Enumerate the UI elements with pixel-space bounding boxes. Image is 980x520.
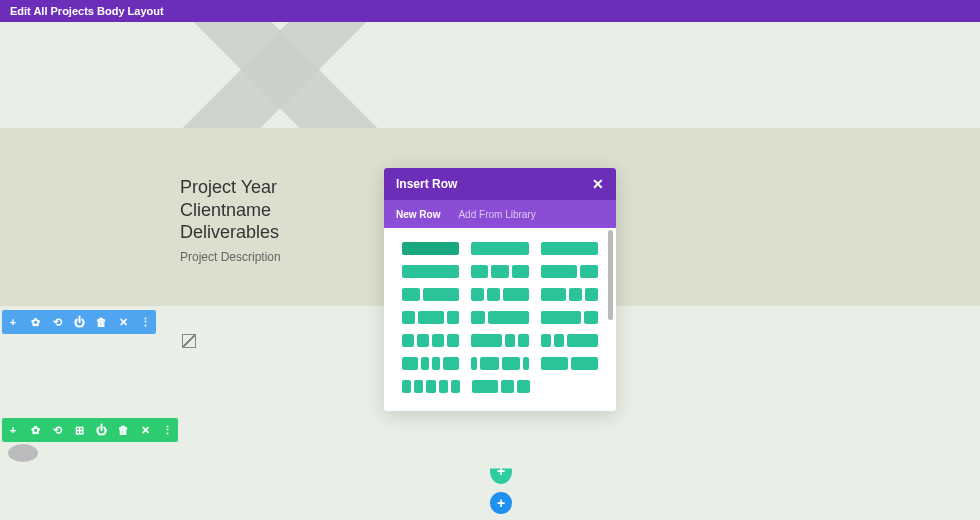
- duplicate-icon[interactable]: ⟲: [50, 423, 64, 437]
- add-icon[interactable]: +: [6, 315, 20, 329]
- tab-new-row[interactable]: New Row: [396, 209, 440, 220]
- layout-option[interactable]: [541, 357, 598, 370]
- layout-grid: [384, 228, 616, 411]
- layout-row: [402, 242, 598, 255]
- delete-icon[interactable]: 🗑: [94, 315, 108, 329]
- layout-row: [402, 265, 598, 278]
- layout-option[interactable]: [541, 242, 598, 255]
- insert-row-modal: Insert Row ✕ New Row Add From Library: [384, 168, 616, 411]
- page-title: Edit All Projects Body Layout: [10, 5, 164, 17]
- columns-icon[interactable]: ⊞: [72, 423, 86, 437]
- more-icon[interactable]: ⋮: [138, 315, 152, 329]
- modal-header: Insert Row ✕: [384, 168, 616, 200]
- layout-row: [402, 334, 598, 347]
- layout-option[interactable]: [541, 288, 598, 301]
- layout-option[interactable]: [472, 380, 530, 393]
- scrollbar[interactable]: [608, 230, 613, 320]
- more-icon[interactable]: ⋮: [160, 423, 174, 437]
- top-bar: Edit All Projects Body Layout: [0, 0, 980, 22]
- layout-row: [402, 357, 598, 370]
- layout-option[interactable]: [402, 288, 459, 301]
- duplicate-icon[interactable]: ⟲: [50, 315, 64, 329]
- section-toolbar-green: + ✿ ⟲ ⊞ ⏻ 🗑 ✕ ⋮: [2, 418, 178, 442]
- layout-option[interactable]: [402, 334, 459, 347]
- layout-option[interactable]: [402, 265, 459, 278]
- power-icon[interactable]: ⏻: [94, 423, 108, 437]
- broken-image-icon: [182, 334, 196, 348]
- close-icon[interactable]: ✕: [592, 176, 604, 192]
- layout-row: [402, 288, 598, 301]
- layout-option[interactable]: [541, 311, 598, 324]
- layout-option[interactable]: [402, 242, 459, 255]
- layout-option[interactable]: [471, 242, 528, 255]
- layout-option[interactable]: [471, 334, 528, 347]
- layout-option[interactable]: [402, 380, 460, 393]
- add-icon[interactable]: +: [6, 423, 20, 437]
- section-toolbar-blue: + ✿ ⟲ ⏻ 🗑 ✕ ⋮: [2, 310, 156, 334]
- settings-icon[interactable]: ✿: [28, 423, 42, 437]
- decor-blob: [8, 444, 38, 462]
- layout-option[interactable]: [402, 311, 459, 324]
- layout-option[interactable]: [471, 288, 528, 301]
- layout-option[interactable]: [471, 357, 528, 370]
- close-icon[interactable]: ✕: [138, 423, 152, 437]
- modal-tabs: New Row Add From Library: [384, 200, 616, 228]
- layout-row: [402, 380, 598, 393]
- layout-option[interactable]: [471, 311, 528, 324]
- add-section-button[interactable]: +: [490, 492, 512, 514]
- close-icon[interactable]: ✕: [116, 315, 130, 329]
- power-icon[interactable]: ⏻: [72, 315, 86, 329]
- tab-add-from-library[interactable]: Add From Library: [458, 209, 535, 220]
- layout-option[interactable]: [541, 265, 598, 278]
- modal-title: Insert Row: [396, 177, 457, 191]
- layout-row: [402, 311, 598, 324]
- hero-section: [0, 22, 980, 128]
- settings-icon[interactable]: ✿: [28, 315, 42, 329]
- delete-icon[interactable]: 🗑: [116, 423, 130, 437]
- layout-option[interactable]: [541, 334, 598, 347]
- layout-option[interactable]: [471, 265, 528, 278]
- layout-option[interactable]: [402, 357, 459, 370]
